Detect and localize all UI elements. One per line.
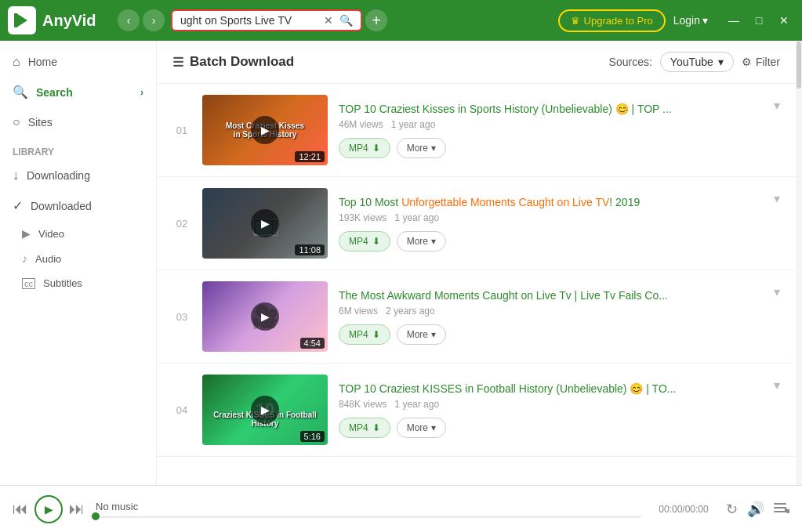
video-info: The Most Awkward Moments Caught on Live … xyxy=(339,289,763,345)
duration-badge: 11:08 xyxy=(295,244,325,255)
add-tab-button[interactable]: + xyxy=(365,9,387,31)
next-button[interactable]: ⏭ xyxy=(69,500,85,518)
scrollbar-track[interactable] xyxy=(796,41,802,485)
downloaded-icon: ✓ xyxy=(13,198,23,213)
back-button[interactable]: ‹ xyxy=(118,9,140,31)
filter-button[interactable]: ⚙ Filter xyxy=(742,56,780,68)
play-overlay[interactable]: ▶ xyxy=(251,302,279,331)
item-dropdown-icon[interactable]: ▾ xyxy=(774,284,780,299)
thumbnail[interactable]: Most Craziest Kissesin Sports History ▶ … xyxy=(202,95,328,165)
video-number: 04 xyxy=(172,404,191,416)
sidebar-item-label: Sites xyxy=(28,116,53,128)
sidebar-item-sites[interactable]: ○ Sites xyxy=(0,107,156,137)
source-select[interactable]: YouTube ▾ xyxy=(660,52,734,72)
download-icon: ⬇ xyxy=(372,422,380,433)
search-input[interactable] xyxy=(180,14,318,27)
video-meta: 46M views 1 year ago xyxy=(339,119,763,130)
play-overlay[interactable]: ▶ xyxy=(251,396,279,424)
sidebar-item-audio[interactable]: ♪ Audio xyxy=(0,246,156,271)
more-button[interactable]: More ▾ xyxy=(397,138,446,158)
list-item: 02 📺 ▶ 11:08 Top 10 Most Unforgettable M… xyxy=(157,177,796,270)
item-dropdown-icon[interactable]: ▾ xyxy=(774,378,780,393)
sidebar-item-downloaded[interactable]: ✓ Downloaded xyxy=(0,190,156,221)
app-name: AnyVid xyxy=(42,12,96,30)
content-area: ☰ Batch Download Sources: YouTube ▾ ⚙ Fi… xyxy=(157,41,796,485)
time-display: 00:00/00:00 xyxy=(652,504,715,515)
mp4-button[interactable]: MP4 ⬇ xyxy=(339,324,390,345)
upgrade-button[interactable]: ♛ Upgrade to Pro xyxy=(558,9,666,32)
repeat-button[interactable]: ↻ xyxy=(726,501,738,518)
video-info: TOP 10 Craziest Kisses in Sports History… xyxy=(339,103,763,158)
close-button[interactable]: ✕ xyxy=(774,10,794,31)
more-button[interactable]: More ▾ xyxy=(397,231,446,252)
search-nav-icon: 🔍 xyxy=(13,85,28,100)
svg-rect-1 xyxy=(14,13,17,27)
search-tab: ✕ 🔍 xyxy=(171,9,362,31)
sources-label: Sources: xyxy=(609,56,652,68)
thumbnail[interactable]: 📺 ▶ 11:08 xyxy=(202,188,328,259)
sidebar-item-home[interactable]: ⌂ Home xyxy=(0,47,156,77)
mp4-button[interactable]: MP4 ⬇ xyxy=(339,231,390,252)
duration-badge: 12:21 xyxy=(295,151,325,162)
more-chevron-icon: ▾ xyxy=(431,143,436,154)
login-label: Login xyxy=(673,14,700,27)
login-button[interactable]: Login ▾ xyxy=(673,14,708,27)
home-icon: ⌂ xyxy=(13,55,20,69)
thumbnail[interactable]: Craziest KISSES in Football History 10 ▶… xyxy=(202,375,328,445)
video-meta: 848K views 1 year ago xyxy=(339,399,763,410)
progress-bar[interactable] xyxy=(96,516,641,518)
sidebar-item-label: Downloading xyxy=(27,169,90,182)
mp4-button[interactable]: MP4 ⬇ xyxy=(339,418,390,438)
filter-label: Filter xyxy=(756,56,780,68)
subtitles-icon: cc xyxy=(22,278,35,289)
list-item: 01 Most Craziest Kissesin Sports History… xyxy=(157,84,796,177)
forward-button[interactable]: › xyxy=(143,9,165,31)
sidebar-item-video[interactable]: ▶ Video xyxy=(0,221,156,246)
upgrade-label: Upgrade to Pro xyxy=(584,15,653,27)
item-dropdown-icon[interactable]: ▾ xyxy=(774,98,780,113)
player-controls: ⏮ ▶ ⏭ xyxy=(13,495,85,523)
close-tab-button[interactable]: ✕ xyxy=(322,14,335,27)
video-meta: 193K views 1 year ago xyxy=(339,212,763,223)
video-title: TOP 10 Craziest KISSES in Football Histo… xyxy=(339,382,763,395)
downloading-icon: ↓ xyxy=(13,168,19,183)
mp4-button[interactable]: MP4 ⬇ xyxy=(339,138,390,158)
play-button[interactable]: ▶ xyxy=(34,495,63,523)
sites-icon: ○ xyxy=(13,115,20,129)
more-button[interactable]: More ▾ xyxy=(397,324,446,345)
sidebar-item-downloading[interactable]: ↓ Downloading xyxy=(0,161,156,190)
playlist-button[interactable] xyxy=(774,503,789,516)
progress-dot xyxy=(92,512,100,520)
play-overlay[interactable]: ▶ xyxy=(251,209,279,237)
batch-download-title: ☰ Batch Download xyxy=(172,54,294,70)
video-number: 03 xyxy=(172,311,191,323)
sidebar-item-label: Search xyxy=(36,86,73,99)
play-overlay[interactable]: ▶ xyxy=(251,116,279,144)
more-button[interactable]: More ▾ xyxy=(397,418,446,438)
prev-button[interactable]: ⏮ xyxy=(13,500,28,518)
track-label: No music xyxy=(96,501,641,512)
sidebar-item-search[interactable]: 🔍 Search › xyxy=(0,77,156,107)
mp4-label: MP4 xyxy=(349,422,368,433)
scrollbar-thumb[interactable] xyxy=(797,42,801,89)
video-actions: MP4 ⬇ More ▾ xyxy=(339,138,763,158)
thumbnail[interactable]: 🎥 ▶ 4:54 xyxy=(202,281,328,352)
player-track: No music xyxy=(96,501,641,518)
more-chevron-icon: ▾ xyxy=(431,422,436,433)
search-icon: 🔍 xyxy=(339,14,353,27)
item-dropdown-icon[interactable]: ▾ xyxy=(774,191,780,206)
page-title: Batch Download xyxy=(190,54,294,70)
list-item: 04 Craziest KISSES in Football History 1… xyxy=(157,364,796,457)
mp4-label: MP4 xyxy=(349,329,368,340)
video-icon: ▶ xyxy=(22,227,31,240)
minimize-button[interactable]: — xyxy=(724,10,744,31)
download-icon: ⬇ xyxy=(372,329,380,340)
duration-badge: 4:54 xyxy=(300,338,325,349)
video-number: 01 xyxy=(172,125,191,136)
video-info: TOP 10 Craziest KISSES in Football Histo… xyxy=(339,382,763,438)
video-actions: MP4 ⬇ More ▾ xyxy=(339,324,763,345)
volume-button[interactable]: 🔊 xyxy=(747,501,764,518)
search-tab-bar: ✕ 🔍 + xyxy=(171,9,558,31)
sidebar-item-subtitles[interactable]: cc Subtitles xyxy=(0,271,156,295)
maximize-button[interactable]: □ xyxy=(749,10,769,31)
